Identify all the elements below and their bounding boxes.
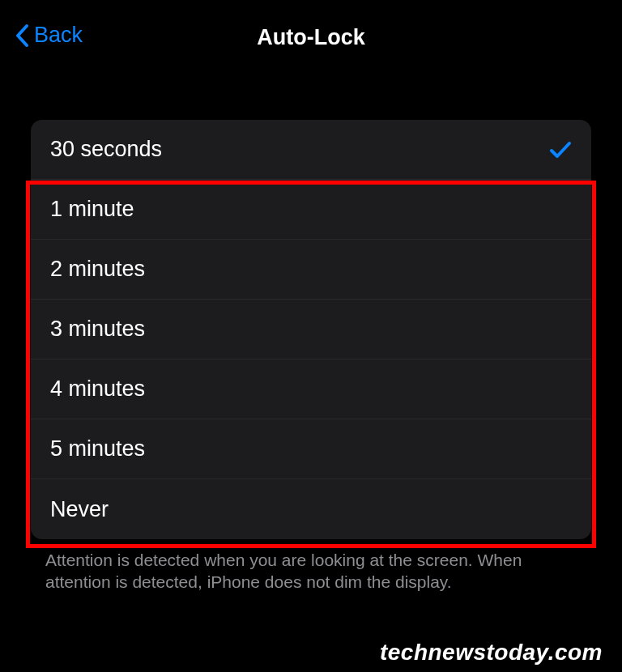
page-title: Auto-Lock <box>16 25 606 50</box>
option-label: 3 minutes <box>50 317 145 342</box>
option-2-minutes[interactable]: 2 minutes <box>31 240 591 300</box>
footer-text: Attention is detected when you are looki… <box>45 549 577 593</box>
option-1-minute[interactable]: 1 minute <box>31 180 591 240</box>
option-3-minutes[interactable]: 3 minutes <box>31 300 591 359</box>
back-label: Back <box>34 23 83 48</box>
option-label: 1 minute <box>50 197 134 222</box>
watermark: technewstoday.com <box>380 640 603 666</box>
option-label: 4 minutes <box>50 376 145 402</box>
back-button[interactable]: Back <box>15 23 83 48</box>
options-list: 30 seconds 1 minute 2 minutes 3 minutes … <box>31 120 591 539</box>
option-label: 30 seconds <box>50 137 162 162</box>
chevron-left-icon <box>15 23 29 48</box>
checkmark-icon <box>549 140 572 159</box>
header: Back Auto-Lock <box>0 0 622 65</box>
option-5-minutes[interactable]: 5 minutes <box>31 419 591 479</box>
option-label: 5 minutes <box>50 436 145 461</box>
option-30-seconds[interactable]: 30 seconds <box>31 120 591 180</box>
option-label: Never <box>50 497 109 522</box>
option-4-minutes[interactable]: 4 minutes <box>31 359 591 419</box>
option-never[interactable]: Never <box>31 479 591 539</box>
option-label: 2 minutes <box>50 257 145 282</box>
